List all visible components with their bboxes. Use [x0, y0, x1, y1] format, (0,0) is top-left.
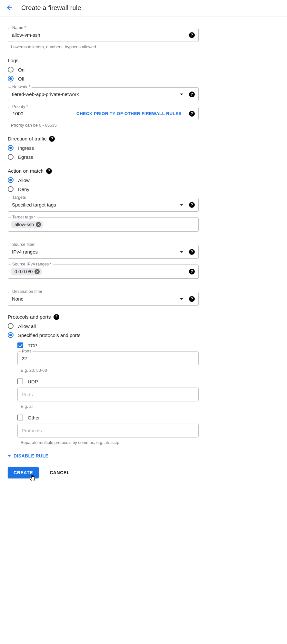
action-deny-row[interactable]: Deny [8, 186, 199, 192]
udp-ports-input[interactable]: Ports [17, 388, 199, 401]
other-protocols-helper: Separate multiple protocols by commas, e… [21, 440, 199, 445]
udp-row[interactable]: UDP [17, 379, 199, 384]
network-select[interactable]: tiered-web-app-private-network [8, 87, 199, 101]
targets-select[interactable]: Specified target tags [8, 198, 199, 212]
tcp-row[interactable]: TCP [17, 342, 199, 348]
divider [8, 286, 199, 286]
protocols-label: Protocols and ports ? [8, 314, 199, 320]
source-ranges-input[interactable]: 0.0.0.0/0 ✕ [8, 264, 199, 279]
cancel-button[interactable]: CANCEL [48, 467, 71, 478]
priority-helper: Priority can be 0 - 65535 [11, 123, 199, 128]
help-icon[interactable]: ? [54, 314, 59, 320]
name-helper: Lowercase letters, numbers, hyphens allo… [11, 44, 199, 49]
direction-label-text: Direction of traffic [8, 136, 46, 142]
radio-icon [8, 177, 14, 183]
source-filter-field: Source filter IPv4 ranges ? [8, 245, 199, 259]
priority-input[interactable] [12, 111, 51, 117]
help-icon[interactable]: ? [189, 296, 195, 302]
chip-label: 0.0.0.0/0 [15, 269, 33, 274]
chip: 0.0.0.0/0 ✕ [11, 268, 42, 275]
chip-remove-icon[interactable]: ✕ [35, 269, 40, 274]
dest-filter-field: Destination filter None ? [8, 292, 199, 306]
dest-filter-label: Destination filter [11, 289, 44, 294]
disable-rule-label: DISABLE RULE [14, 453, 48, 458]
tcp-ports-helper: E.g. 20, 50-60 [21, 368, 199, 373]
direction-label: Direction of traffic ? [8, 136, 199, 142]
targets-label: Targets [11, 195, 27, 200]
protocols-allowall-label: Allow all [18, 323, 36, 329]
tcp-ports-field: Ports 22 [17, 351, 199, 365]
checkbox-icon [17, 415, 23, 420]
radio-icon [8, 76, 14, 82]
back-arrow-icon[interactable] [6, 4, 14, 12]
logs-on-row[interactable]: On [8, 67, 199, 72]
other-row[interactable]: Other [17, 415, 199, 420]
source-ranges-label: Source IPv4 ranges * [11, 262, 53, 266]
chip-label: allow-ssh [15, 222, 34, 227]
help-icon[interactable]: ? [189, 111, 195, 117]
protocols-specified-label: Specified protocols and ports [18, 332, 80, 338]
help-icon[interactable]: ? [189, 91, 195, 97]
help-icon[interactable]: ? [189, 269, 195, 274]
other-label: Other [28, 415, 40, 420]
protocols-specified-row[interactable]: Specified protocols and ports [8, 332, 199, 338]
action-allow-row[interactable]: Allow [8, 177, 199, 183]
create-button[interactable]: CREATE [8, 467, 39, 478]
logs-on-label: On [18, 67, 25, 72]
chevron-down-icon [8, 455, 11, 457]
other-protocols-field: Protocols [17, 424, 199, 437]
action-label: Action on match ? [8, 168, 199, 174]
chip-remove-icon[interactable]: ✕ [36, 222, 41, 227]
checkbox-icon [17, 342, 23, 348]
chevron-down-icon [180, 93, 183, 95]
name-input[interactable]: allow-vm-ssh [8, 28, 199, 42]
dest-filter-select[interactable]: None [8, 292, 199, 306]
chevron-down-icon [180, 251, 183, 253]
logs-off-row[interactable]: Off [8, 76, 199, 82]
other-protocols-input[interactable]: Protocols [17, 424, 199, 437]
help-icon[interactable]: ? [46, 168, 52, 174]
source-filter-select[interactable]: IPv4 ranges [8, 245, 199, 259]
priority-check-link[interactable]: CHECK PRIORITY OF OTHER FIREWALL RULES [76, 111, 182, 116]
radio-icon [8, 323, 14, 329]
help-icon[interactable]: ? [49, 136, 55, 142]
action-deny-label: Deny [18, 187, 29, 192]
chip: allow-ssh ✕ [11, 221, 44, 228]
chevron-down-icon [180, 204, 183, 206]
target-tags-field: Target tags * allow-ssh ✕ [8, 217, 199, 232]
tcp-label: TCP [28, 343, 37, 348]
chevron-down-icon [180, 298, 183, 300]
page-header: Create a firewall rule [0, 0, 287, 16]
logs-off-label: Off [18, 76, 25, 82]
action-allow-label: Allow [18, 178, 30, 183]
target-tags-input[interactable]: allow-ssh ✕ [8, 217, 199, 232]
radio-icon [8, 145, 14, 151]
name-field: Name * allow-vm-ssh ? [8, 28, 199, 42]
targets-field: Targets Specified target tags ? [8, 198, 199, 212]
priority-field: Priority * CHECK PRIORITY OF OTHER FIREW… [8, 107, 199, 120]
disable-rule-toggle[interactable]: DISABLE RULE [8, 453, 199, 458]
direction-ingress-row[interactable]: Ingress [8, 145, 199, 151]
tcp-ports-label: Ports [21, 349, 33, 353]
udp-ports-helper: E.g. all [21, 404, 199, 409]
direction-egress-row[interactable]: Egress [8, 154, 199, 160]
protocols-allowall-row[interactable]: Allow all [8, 323, 199, 329]
protocols-label-text: Protocols and ports [8, 314, 51, 320]
direction-ingress-label: Ingress [18, 145, 34, 151]
network-field: Network * tiered-web-app-private-network… [8, 87, 199, 101]
source-filter-label: Source filter [11, 242, 36, 247]
direction-egress-label: Egress [18, 154, 33, 160]
radio-icon [8, 186, 14, 192]
help-icon[interactable]: ? [189, 202, 195, 208]
radio-icon [8, 154, 14, 160]
tcp-ports-input[interactable]: 22 [17, 351, 199, 365]
help-icon[interactable]: ? [189, 249, 195, 255]
udp-label: UDP [28, 379, 38, 384]
name-label: Name * [11, 25, 27, 30]
action-label-text: Action on match [8, 168, 44, 174]
page-title: Create a firewall rule [21, 4, 81, 12]
help-icon[interactable]: ? [189, 32, 195, 38]
radio-icon [8, 332, 14, 338]
target-tags-label: Target tags * [11, 215, 37, 219]
priority-label: Priority * [11, 104, 29, 109]
